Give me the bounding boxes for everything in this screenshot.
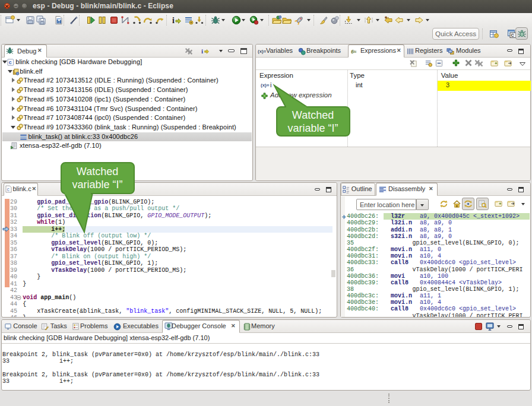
svg-text:(x)=: (x)= [261, 83, 270, 88]
svg-text:Watched: Watched [77, 166, 118, 177]
svg-text:Watched: Watched [292, 109, 334, 121]
svg-text:C: C [511, 33, 514, 37]
svg-text:c: c [7, 187, 10, 192]
svg-text:variable “I”: variable “I” [287, 122, 338, 134]
svg-text:i: i [201, 47, 203, 55]
svg-text:variable “I”: variable “I” [72, 179, 122, 191]
svg-text:6≈: 6≈ [351, 49, 357, 55]
svg-text:c: c [9, 59, 12, 65]
svg-text:(x)=: (x)= [258, 49, 266, 54]
svg-text:i: i [172, 16, 175, 25]
